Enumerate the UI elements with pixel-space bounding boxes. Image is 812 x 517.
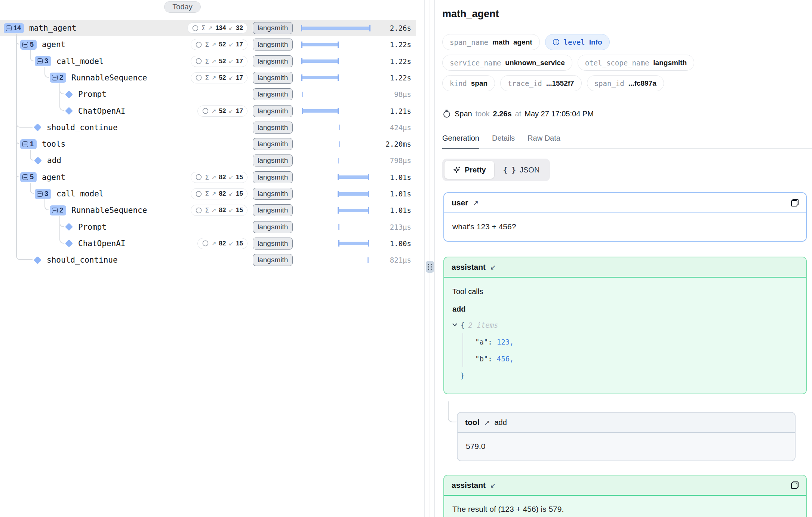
langsmith-tag-pill[interactable]: langsmith bbox=[253, 105, 293, 117]
langsmith-tag-pill[interactable]: langsmith bbox=[253, 254, 293, 266]
tab-details[interactable]: Details bbox=[492, 134, 515, 148]
trace-row-Prompt[interactable]: Promptlangsmith213µs bbox=[0, 219, 416, 235]
attribute-key: span_id bbox=[594, 79, 624, 88]
trace-row-agent[interactable]: 5agentΣ↗82↙15langsmith1.01s bbox=[0, 169, 416, 186]
panel-divider bbox=[424, 0, 435, 517]
langsmith-tag-pill[interactable]: langsmith bbox=[253, 55, 293, 67]
langsmith-tag-pill[interactable]: langsmith bbox=[253, 204, 293, 216]
copy-icon[interactable] bbox=[791, 199, 799, 207]
langsmith-tag-pill[interactable]: langsmith bbox=[253, 155, 293, 166]
langsmith-tag-pill[interactable]: langsmith bbox=[253, 122, 293, 134]
leaf-diamond-icon bbox=[65, 239, 73, 247]
token-usage-badge: Σ↗134↙32 bbox=[187, 22, 247, 34]
tool-name-label: add bbox=[494, 418, 507, 427]
token-usage-badge: Σ↗52↙17 bbox=[191, 56, 247, 67]
timing-took: took bbox=[476, 110, 490, 118]
attribute-key: level bbox=[564, 38, 585, 46]
detail-tabs: GenerationDetailsRaw Data bbox=[442, 134, 812, 149]
output-arrow-icon: ↙ bbox=[229, 190, 234, 197]
trace-row-agent[interactable]: 5agentΣ↗52↙17langsmith1.22s bbox=[0, 36, 416, 53]
trace-row-RunnableSequence[interactable]: 2RunnableSequenceΣ↗52↙17langsmith1.22s bbox=[0, 70, 416, 86]
output-tokens: 15 bbox=[236, 207, 243, 214]
langsmith-tag-pill[interactable]: langsmith bbox=[253, 171, 293, 183]
tool-result-body: 579.0 bbox=[458, 433, 795, 461]
langsmith-tag-pill[interactable]: langsmith bbox=[253, 188, 293, 200]
collapse-badge[interactable]: 2 bbox=[50, 73, 66, 83]
langsmith-tag-pill[interactable]: langsmith bbox=[253, 238, 293, 250]
trace-row-Prompt[interactable]: Promptlangsmith98µs bbox=[0, 86, 416, 103]
trace-row-should_continue[interactable]: should_continuelangsmith424µs bbox=[0, 119, 416, 136]
chevron-down-icon[interactable] bbox=[452, 323, 457, 327]
sigma-total-icon: Σ bbox=[202, 24, 206, 32]
collapse-badge[interactable]: 5 bbox=[20, 172, 37, 182]
duration-label: 1.01s bbox=[390, 173, 411, 181]
trace-row-should_continue[interactable]: should_continuelangsmith821µs bbox=[0, 252, 416, 268]
collapse-badge[interactable]: 3 bbox=[35, 189, 51, 199]
sigma-total-icon: Σ bbox=[205, 174, 209, 181]
sparkle-icon bbox=[453, 166, 461, 174]
langsmith-tag-pill[interactable]: langsmith bbox=[253, 39, 293, 51]
trace-row-call_model[interactable]: 3call_modelΣ↗82↙15langsmith1.01s bbox=[0, 186, 416, 202]
timing-duration: 2.26s bbox=[493, 110, 512, 118]
waterfall-cell bbox=[301, 186, 370, 202]
divider-drag-handle[interactable] bbox=[426, 261, 434, 273]
token-usage-badge: Σ↗52↙17 bbox=[191, 72, 247, 83]
tab-raw-data[interactable]: Raw Data bbox=[528, 134, 560, 148]
trace-row-tools[interactable]: 1toolslangsmith2.20ms bbox=[0, 136, 416, 152]
collapse-badge[interactable]: 5 bbox=[20, 40, 37, 50]
attribute-pill-kind: kindspan bbox=[442, 75, 495, 91]
duration-label: 1.22s bbox=[390, 40, 411, 49]
output-arrow-icon: ↙ bbox=[229, 25, 234, 31]
role-label: assistant bbox=[452, 263, 486, 272]
collapse-badge[interactable]: 2 bbox=[50, 205, 66, 215]
waterfall-cell bbox=[301, 36, 370, 53]
waterfall-cell bbox=[301, 252, 370, 268]
tool-result-header: tool ↗ add bbox=[458, 413, 795, 433]
input-tokens: 52 bbox=[219, 41, 226, 48]
stopwatch-icon bbox=[442, 109, 451, 118]
trace-row-RunnableSequence[interactable]: 2RunnableSequenceΣ↗82↙15langsmith1.01s bbox=[0, 202, 416, 218]
langsmith-tag-pill[interactable]: langsmith bbox=[253, 72, 293, 84]
span-name-label: Prompt bbox=[78, 223, 107, 232]
trace-row-call_model[interactable]: 3call_modelΣ↗52↙17langsmith1.22s bbox=[0, 53, 416, 70]
collapse-minus-icon bbox=[22, 174, 28, 180]
tool-call-args-json: { 2 items "a":123,"b":456, } bbox=[452, 316, 798, 384]
trace-row-ChatOpenAI[interactable]: ChatOpenAI↗82↙15langsmith1.00s bbox=[0, 235, 416, 252]
output-tokens: 17 bbox=[236, 41, 243, 48]
collapse-badge[interactable]: 14 bbox=[4, 23, 24, 33]
duration-tick bbox=[338, 224, 339, 230]
trace-row-add[interactable]: addlangsmith798µs bbox=[0, 152, 416, 169]
duration-bar bbox=[338, 192, 369, 196]
duration-label: 1.01s bbox=[390, 206, 411, 214]
langsmith-tag-pill[interactable]: langsmith bbox=[253, 22, 293, 34]
collapse-badge[interactable]: 3 bbox=[35, 56, 51, 66]
langsmith-tag-pill[interactable]: langsmith bbox=[253, 88, 293, 100]
waterfall-cell bbox=[301, 219, 370, 235]
input-arrow-icon: ↗ bbox=[212, 207, 216, 214]
tab-generation[interactable]: Generation bbox=[442, 134, 479, 148]
tokens-coin-icon bbox=[202, 107, 209, 114]
sigma-total-icon: Σ bbox=[205, 58, 209, 65]
token-usage-badge: ↗52↙17 bbox=[197, 105, 247, 117]
tokens-coin-icon bbox=[195, 41, 202, 48]
trace-row-ChatOpenAI[interactable]: ChatOpenAI↗52↙17langsmith1.21s bbox=[0, 103, 416, 119]
duration-bar bbox=[302, 76, 338, 79]
duration-label: 98µs bbox=[394, 90, 411, 98]
copy-icon[interactable] bbox=[791, 481, 799, 489]
langsmith-tag-pill[interactable]: langsmith bbox=[253, 221, 293, 233]
child-run-count: 1 bbox=[30, 140, 34, 148]
sigma-total-icon: Σ bbox=[205, 190, 209, 198]
input-arrow-icon: ↗ bbox=[212, 41, 216, 48]
tokens-coin-icon bbox=[195, 74, 202, 81]
collapse-badge[interactable]: 1 bbox=[20, 139, 37, 149]
langsmith-tag-pill[interactable]: langsmith bbox=[253, 138, 293, 150]
span-name-label: call_model bbox=[56, 189, 104, 198]
collapse-minus-icon bbox=[22, 42, 28, 48]
collapse-minus-icon bbox=[22, 141, 28, 147]
duration-label: 1.22s bbox=[390, 57, 411, 65]
output-tokens: 15 bbox=[236, 190, 243, 198]
json-toggle-button[interactable]: { } JSON bbox=[495, 161, 548, 179]
attribute-value: ...fc897a bbox=[628, 79, 656, 88]
trace-row-math_agent[interactable]: 14math_agentΣ↗134↙32langsmith2.26s bbox=[0, 20, 416, 36]
pretty-toggle-button[interactable]: Pretty bbox=[445, 161, 494, 179]
